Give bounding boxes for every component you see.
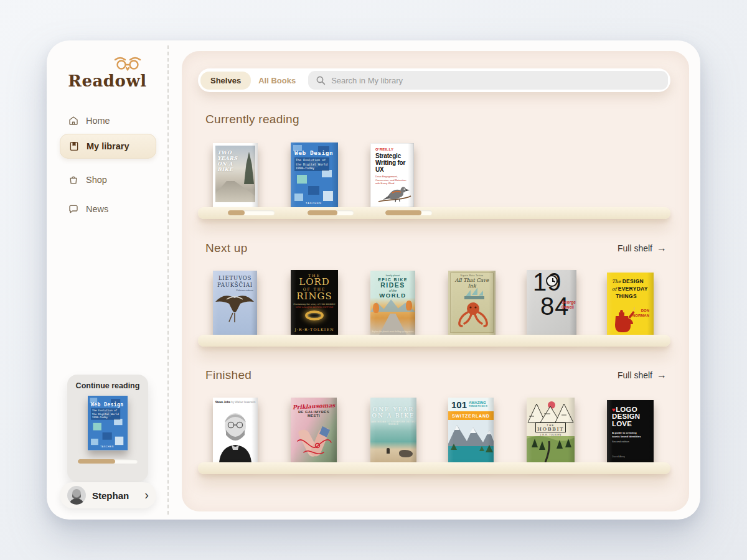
reading-progress-two-years <box>228 210 275 215</box>
search-input[interactable] <box>331 76 660 85</box>
book-two-years-on-a-bike[interactable]: TWO YEARS ON A BIKE <box>213 143 258 207</box>
book-priklausomas[interactable]: Priklausomas BE GALIMYBĖS MESTI <box>291 398 337 462</box>
sidebar-item-home[interactable]: Home <box>60 109 156 133</box>
book-lietuvos-paukschiai[interactable]: LIETUVOS PAUKŠČIAI Pažinimo vadovas <box>213 271 257 335</box>
continue-reading-book-cover[interactable]: Web Design The Evolution of the Digital … <box>88 396 128 450</box>
sidebar-item-label: My library <box>87 141 129 151</box>
chat-bubble-icon <box>68 203 79 215</box>
shopping-bag-icon <box>68 174 79 185</box>
clock-illustration <box>546 275 558 287</box>
search-icon <box>316 75 326 85</box>
app-window: Readowl Home My library Shop <box>47 40 700 520</box>
continue-reading-card[interactable]: Continue reading Web Design The Evolutio… <box>67 375 148 482</box>
book-the-hobbit[interactable]: THE HOBBIT J.R.R. TOLKIEN <box>527 398 575 462</box>
book-cover-web-design-mini: Web Design The Evolution of the Digital … <box>88 396 128 450</box>
eagle-illustration <box>214 291 255 324</box>
sidebar-item-my-library[interactable]: My library <box>60 134 156 159</box>
book-one-year-on-a-bike[interactable]: ONE YEAR ON A BIKE AMSTERDAM TO SINGAPOR… <box>370 398 416 462</box>
book-epic-bike-rides[interactable]: lonely planet EPIC BIKE RIDES of the WOR… <box>370 271 415 335</box>
section-title-currently-reading: Currently reading <box>205 113 299 126</box>
octopus-ship-illustration <box>456 286 491 329</box>
tab-shelves[interactable]: Shelves <box>200 72 251 90</box>
portrait-illustration <box>217 406 254 462</box>
bird-illustration <box>377 179 412 205</box>
home-icon <box>68 115 79 126</box>
sidebar-item-label: Shop <box>86 175 107 185</box>
continue-reading-title: Continue reading <box>67 375 148 390</box>
avatar <box>67 486 86 505</box>
sidebar-item-shop[interactable]: Shop <box>60 168 156 192</box>
owl-icon <box>113 55 143 72</box>
section-title-finished: Finished <box>205 368 251 382</box>
sidebar-divider <box>167 45 169 515</box>
book-logo-design-love[interactable]: ♥LOGO DESIGN LOVE A guide to creating ic… <box>607 400 654 462</box>
shelf-bar <box>198 462 670 474</box>
full-shelf-link-finished[interactable]: Full shelf → <box>618 370 667 380</box>
book-lord-of-the-rings[interactable]: THE LORD OF THE RINGS Containing the sto… <box>291 270 338 335</box>
tree-illustration <box>406 301 412 310</box>
sidebar-item-news[interactable]: News <box>60 197 156 221</box>
arrow-right-icon: → <box>657 370 667 380</box>
reading-progress-web-design <box>308 210 354 215</box>
shelf-bar <box>198 207 670 219</box>
book-strategic-writing-for-ux[interactable]: O'REILLY Strategic Writing for UX Drive … <box>370 143 414 207</box>
topbar: Shelves All Books <box>198 68 670 92</box>
book-design-of-everyday-things[interactable]: The DESIGN of EVERYDAY THINGS DON NORMAN <box>607 273 654 335</box>
mountain-lake-illustration <box>448 420 494 462</box>
book-1984[interactable]: 19 84 George Orwell <box>527 270 576 335</box>
person-illustration <box>387 448 390 454</box>
shelf-next-up: LIETUVOS PAUKŠČIAI Pažinimo vadovas THE … <box>182 256 689 347</box>
gold-ring-illustration <box>305 310 324 320</box>
sidebar-item-label: Home <box>86 116 110 126</box>
main-panel: Shelves All Books Currently reading Next… <box>182 51 689 511</box>
shelf-currently-reading: TWO YEARS ON A BIKE Web Design The Evolu… <box>182 129 689 219</box>
continue-reading-progress <box>78 459 138 464</box>
profile-button[interactable]: Stephan › <box>60 482 156 508</box>
shelf-finished: Steve Jobs by Walter Isaacson P <box>182 384 689 474</box>
sidebar-item-label: News <box>86 204 108 214</box>
hobbit-title-frame: THE HOBBIT <box>535 422 566 432</box>
tree-illustration <box>373 303 379 313</box>
search-bar[interactable] <box>308 71 668 90</box>
arrow-right-icon: → <box>657 243 667 253</box>
tab-all-books[interactable]: All Books <box>251 72 303 90</box>
chevron-right-icon[interactable]: › <box>144 488 149 503</box>
profile-name: Stephan <box>92 490 138 501</box>
book-steve-jobs[interactable]: Steve Jobs by Walter Isaacson <box>213 398 258 462</box>
rocks-illustration <box>399 450 413 457</box>
book-script-octopus[interactable]: Sigute Ruta Tattoo All That Cave Ink <box>448 271 496 335</box>
book-101-switzerland[interactable]: 101 AMAZING THINGS TO DO IN SWITZERLAND <box>448 398 494 462</box>
brand-name: Readowl <box>47 72 168 90</box>
hands-red-string-illustration <box>295 425 332 461</box>
reading-progress-strategic <box>385 210 432 215</box>
section-title-next-up: Next up <box>205 241 248 255</box>
full-shelf-link-next-up[interactable]: Full shelf → <box>618 243 667 253</box>
teapot-illustration <box>611 307 638 334</box>
book-web-design[interactable]: Web Design The Evolution of the Digital … <box>291 142 338 207</box>
brand-logo: Readowl <box>47 55 168 90</box>
book-icon <box>68 141 80 152</box>
shelf-bar <box>198 335 670 347</box>
